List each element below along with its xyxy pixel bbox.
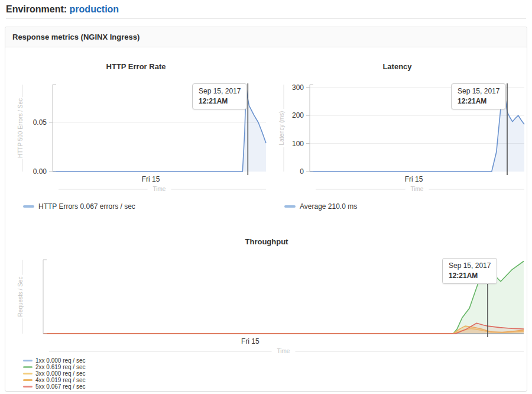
legend-swatch bbox=[23, 379, 33, 381]
x-tick-label: Fri 15 bbox=[241, 337, 259, 345]
plot-wrap: 0100200300Fri 15TimeLatency (ms) Sep 15,… bbox=[267, 71, 528, 198]
tooltip-date: Sep 15, 2017 bbox=[449, 261, 491, 270]
legend-item: HTTP Errors 0.067 errors / sec bbox=[23, 202, 267, 211]
x-axis-label: Time bbox=[411, 186, 424, 192]
y-tick-label: 300 bbox=[292, 83, 304, 92]
legend-label: 2xx 0.619 req / sec bbox=[35, 364, 86, 370]
legend-throughput: 1xx 0.000 req / sec2xx 0.619 req / sec3x… bbox=[23, 357, 528, 390]
legend-swatch bbox=[23, 386, 33, 387]
y-axis-label: Latency (ms) bbox=[278, 111, 285, 146]
legend-swatch bbox=[23, 205, 34, 208]
legend-label: HTTP Errors 0.067 errors / sec bbox=[38, 202, 135, 211]
y-tick-label: 200 bbox=[292, 111, 304, 120]
series-line-4xx bbox=[43, 326, 524, 334]
chart-title-throughput: Throughput bbox=[5, 237, 528, 246]
x-axis-label: Time bbox=[277, 348, 290, 354]
legend-swatch bbox=[284, 205, 296, 208]
chart-tooltip: Sep 15, 2017 12:21AM bbox=[451, 83, 506, 109]
tooltip-time: 12:21AM bbox=[458, 97, 499, 105]
series-area-5xx bbox=[43, 323, 524, 334]
legend-swatch bbox=[23, 360, 33, 361]
tooltip-date: Sep 15, 2017 bbox=[199, 87, 241, 95]
x-tick-label: Fri 15 bbox=[142, 175, 160, 183]
plot-wrap: 0.000.05Fri 15TimeHTTP 500 Errors / Sec … bbox=[5, 71, 267, 198]
tooltip-time: 12:21AM bbox=[199, 97, 241, 105]
series-line-3xx bbox=[43, 328, 524, 334]
legend-label: 5xx 0.067 req / sec bbox=[35, 383, 86, 390]
environment-link[interactable]: production bbox=[70, 4, 119, 14]
environment-title: Environment: production bbox=[6, 4, 526, 19]
chart-tooltip: Sep 15, 2017 12:21AM bbox=[442, 258, 497, 284]
legend-http-error-rate: HTTP Errors 0.067 errors / sec bbox=[23, 202, 267, 211]
chart-throughput: Throughput Fri 15TimeRequests / Sec Sep … bbox=[5, 211, 528, 390]
plot-wrap: Fri 15TimeRequests / Sec Sep 15, 2017 12… bbox=[5, 246, 528, 356]
charts-row: HTTP Error Rate 0.000.05Fri 15TimeHTTP 5… bbox=[5, 47, 527, 211]
y-axis bbox=[310, 85, 313, 172]
x-tick-label: Fri 15 bbox=[405, 175, 423, 183]
legend-item: 1xx 0.000 req / sec bbox=[23, 357, 528, 364]
legend-item: Average 210.0 ms bbox=[284, 202, 528, 211]
legend-item: 5xx 0.067 req / sec bbox=[23, 383, 528, 390]
metrics-panel: Response metrics (NGINX Ingress) HTTP Er… bbox=[5, 27, 527, 392]
chart-http-error-rate: HTTP Error Rate 0.000.05Fri 15TimeHTTP 5… bbox=[5, 47, 267, 211]
y-tick-label: 0.00 bbox=[33, 167, 47, 176]
y-tick-label: 0 bbox=[300, 167, 304, 176]
y-axis-label: HTTP 500 Errors / Sec bbox=[17, 98, 24, 158]
y-axis bbox=[53, 85, 56, 172]
chart-tooltip: Sep 15, 2017 12:21AM bbox=[192, 83, 247, 109]
chart-title-latency: Latency bbox=[267, 62, 528, 71]
x-axis-label: Time bbox=[153, 186, 166, 192]
y-axis-label: Requests / Sec bbox=[17, 277, 24, 317]
panel-body: HTTP Error Rate 0.000.05Fri 15TimeHTTP 5… bbox=[5, 47, 527, 390]
legend-swatch bbox=[23, 366, 33, 368]
y-tick-label: 0.05 bbox=[33, 118, 47, 127]
y-tick-label: 100 bbox=[292, 140, 304, 148]
chart-title-http-error-rate: HTTP Error Rate bbox=[5, 62, 267, 71]
legend-swatch bbox=[23, 373, 33, 374]
legend-label: 1xx 0.000 req / sec bbox=[35, 357, 86, 364]
tooltip-date: Sep 15, 2017 bbox=[458, 87, 499, 95]
page-header: Environment: production bbox=[0, 0, 532, 19]
legend-item: 3xx 0.000 req / sec bbox=[23, 370, 528, 377]
chart-latency: Latency 0100200300Fri 15TimeLatency (ms)… bbox=[267, 47, 528, 211]
legend-item: 2xx 0.619 req / sec bbox=[23, 364, 528, 370]
environment-label: Environment: bbox=[6, 4, 67, 14]
tooltip-time: 12:21AM bbox=[449, 272, 491, 280]
legend-latency: Average 210.0 ms bbox=[284, 202, 528, 211]
legend-item: 4xx 0.019 req / sec bbox=[23, 377, 528, 383]
series-area-4xx bbox=[43, 326, 524, 334]
legend-label: 4xx 0.019 req / sec bbox=[35, 377, 86, 383]
panel-heading: Response metrics (NGINX Ingress) bbox=[5, 27, 527, 47]
legend-label: 3xx 0.000 req / sec bbox=[35, 370, 86, 377]
y-axis bbox=[43, 260, 47, 334]
legend-label: Average 210.0 ms bbox=[300, 202, 357, 211]
series-line-5xx bbox=[43, 323, 524, 334]
